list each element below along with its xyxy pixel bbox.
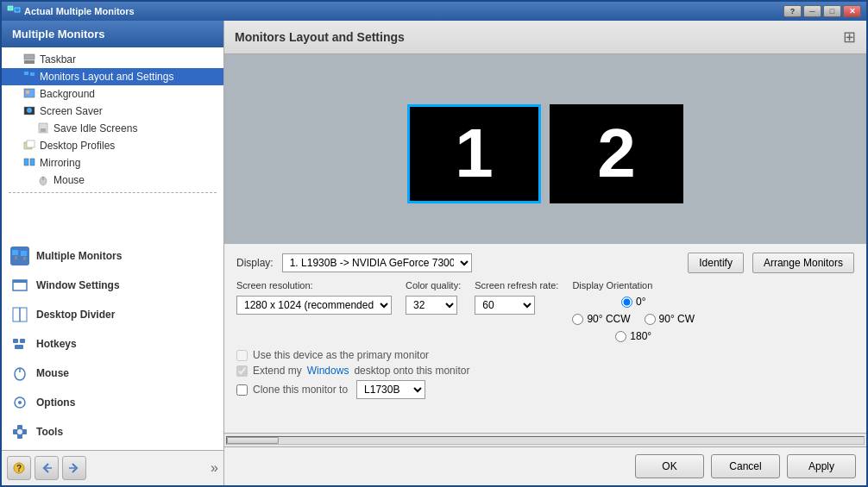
nav-hotkeys-label: Hotkeys — [36, 338, 77, 350]
nav-options[interactable]: Options — [2, 388, 223, 417]
clone-target-select[interactable]: L1730B — [356, 380, 425, 399]
nav-hotkeys[interactable]: Hotkeys — [2, 329, 223, 359]
tree-item-taskbar[interactable]: Taskbar — [2, 51, 223, 68]
display-select[interactable]: 1. L1930B -> NVIDIA GeForce 7300 GT 2. L… — [282, 253, 472, 272]
svg-point-9 — [27, 108, 32, 113]
monitor-1-number: 1 — [455, 114, 494, 193]
taskbar-icon — [22, 53, 36, 66]
right-panel-title: Monitors Layout and Settings — [235, 30, 405, 44]
monitor-2[interactable]: 2 — [550, 104, 683, 203]
nav-monitors-icon — [10, 247, 29, 265]
tree-item-mirroring[interactable]: Mirroring — [2, 154, 223, 172]
svg-rect-26 — [13, 339, 18, 343]
refresh-col: Screen refresh rate: 60 75 85 — [475, 280, 558, 315]
left-panel-title: Multiple Monitors — [12, 28, 105, 41]
profiles-icon — [22, 139, 36, 153]
refresh-select[interactable]: 60 75 85 — [475, 296, 535, 315]
orientation-col: Display Orientation 0° 90° CCW — [572, 280, 695, 342]
identify-button[interactable]: Identify — [688, 253, 744, 273]
resolution-col: Screen resolution: 1280 x 1024 (recommen… — [236, 280, 392, 315]
ok-button[interactable]: OK — [635, 454, 704, 478]
left-panel-header: Multiple Monitors — [2, 21, 223, 47]
forward-btn[interactable] — [62, 456, 86, 480]
orientation-180-radio[interactable] — [615, 331, 626, 342]
orientation-0-radio[interactable] — [621, 297, 632, 308]
orientation-90ccw-radio[interactable] — [572, 314, 583, 325]
close-button[interactable]: ✕ — [843, 5, 861, 17]
resolution-select[interactable]: 1280 x 1024 (recommended) — [236, 296, 392, 315]
window-title: Actual Multiple Monitors — [24, 6, 783, 16]
expand-arrow[interactable]: » — [211, 460, 218, 476]
svg-rect-3 — [24, 54, 35, 59]
nav-mouse-label: Mouse — [36, 367, 69, 379]
monitors-icon — [22, 70, 36, 84]
nav-mouse[interactable]: Mouse — [2, 359, 223, 388]
nav-desktop-divider[interactable]: Desktop Divider — [2, 300, 223, 329]
svg-rect-19 — [21, 251, 27, 256]
nav-multiple-monitors[interactable]: Multiple Monitors — [2, 241, 223, 271]
tree-item-desktop-profiles[interactable]: Desktop Profiles — [2, 137, 223, 154]
extend-checkbox[interactable] — [236, 365, 248, 377]
monitor-2-number: 2 — [597, 114, 636, 193]
tree-item-mouse[interactable]: Mouse — [2, 172, 223, 189]
nav-tools-icon — [10, 422, 29, 441]
nav-tools[interactable]: Tools — [2, 417, 223, 446]
svg-rect-14 — [24, 159, 28, 165]
left-panel: Multiple Monitors Taskbar Monitors Layou… — [2, 21, 224, 485]
tree-item-save-idle[interactable]: Save Idle Screens — [2, 120, 223, 137]
nav-divider — [9, 192, 217, 193]
minimize-button[interactable]: ─ — [803, 5, 821, 17]
svg-rect-1 — [15, 8, 20, 12]
display-label: Display: — [236, 257, 274, 269]
tree-item-mouse-label: Mouse — [53, 174, 85, 186]
horizontal-scrollbar[interactable] — [224, 433, 866, 446]
tree-item-monitors-layout[interactable]: Monitors Layout and Settings — [2, 68, 223, 85]
primary-checkbox[interactable] — [236, 350, 248, 361]
nav-mouse-icon — [10, 364, 29, 383]
color-col: Color quality: 32 16 — [406, 280, 461, 315]
bottom-bar: OK Cancel Apply — [224, 446, 866, 485]
cancel-button[interactable]: Cancel — [711, 454, 780, 478]
svg-rect-15 — [30, 159, 35, 165]
resolution-label: Screen resolution: — [236, 280, 392, 290]
nav-divider-icon — [10, 305, 29, 324]
nav-window-settings[interactable]: Window Settings — [2, 271, 223, 300]
background-icon — [22, 87, 36, 101]
main-window: Actual Multiple Monitors ? ─ □ ✕ Multipl… — [0, 0, 868, 487]
svg-rect-7 — [26, 91, 29, 94]
svg-rect-4 — [24, 72, 28, 75]
primary-checkbox-label: Use this device as the primary monitor — [253, 349, 429, 361]
apply-button[interactable]: Apply — [787, 454, 856, 478]
color-select[interactable]: 32 16 — [406, 296, 457, 315]
tree-item-profiles-label: Desktop Profiles — [40, 140, 115, 152]
left-bottom: ? » — [2, 450, 223, 485]
orientation-90cw-row: 90° CW — [645, 313, 695, 325]
svg-rect-21 — [23, 257, 26, 260]
tree-item-background[interactable]: Background — [2, 85, 223, 103]
maximize-button[interactable]: □ — [823, 5, 841, 17]
nav-options-label: Options — [36, 396, 75, 409]
svg-rect-0 — [8, 6, 13, 10]
extend-prefix: Extend my — [253, 365, 302, 377]
back-btn[interactable] — [35, 456, 59, 480]
nav-divider-label: Desktop Divider — [36, 309, 115, 321]
help-btn[interactable]: ? — [7, 456, 31, 480]
nav-monitors-label: Multiple Monitors — [36, 250, 122, 262]
help-button[interactable]: ? — [783, 5, 802, 17]
nav-window-icon — [10, 276, 29, 295]
scrollbar-thumb[interactable] — [227, 437, 279, 444]
svg-rect-20 — [15, 256, 17, 259]
arrange-monitors-button[interactable]: Arrange Monitors — [752, 253, 854, 273]
monitor-display-area: 1 2 — [224, 54, 866, 244]
tree-item-screen-saver[interactable]: Screen Saver — [2, 103, 223, 120]
tree-item-monitors-label: Monitors Layout and Settings — [40, 71, 173, 83]
scrollbar-track[interactable] — [226, 436, 865, 445]
tree-item-background-label: Background — [40, 88, 95, 100]
primary-checkbox-row: Use this device as the primary monitor — [236, 349, 854, 361]
tree-item-screensaver-label: Screen Saver — [40, 105, 103, 117]
orientation-90cw-radio[interactable] — [645, 314, 656, 325]
tree-item-save-idle-label: Save Idle Screens — [53, 122, 137, 134]
nav-tools-label: Tools — [36, 426, 63, 438]
monitor-1[interactable]: 1 — [407, 104, 541, 203]
clone-checkbox[interactable] — [236, 384, 248, 396]
